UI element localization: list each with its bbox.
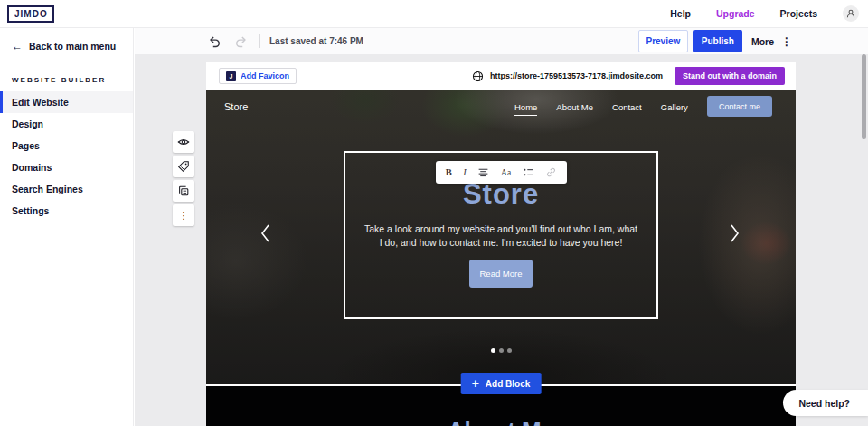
nav-item-home[interactable]: Home <box>514 102 537 116</box>
user-icon <box>845 8 856 19</box>
bold-icon[interactable]: B <box>444 166 454 178</box>
hero-section[interactable]: Store Home About Me Contact Gallery Cont… <box>206 90 796 384</box>
site-nav: Store Home About Me Contact Gallery Cont… <box>206 90 796 127</box>
block-tools: ⋮ <box>173 131 194 226</box>
style-block-button[interactable] <box>173 156 194 177</box>
help-link[interactable]: Help <box>670 8 691 19</box>
domain-upsell-button[interactable]: Stand out with a domain <box>675 67 785 85</box>
block-more-button[interactable]: ⋮ <box>173 204 194 226</box>
sidebar-item-design[interactable]: Design <box>0 113 133 135</box>
carousel-dot-2[interactable] <box>499 348 504 353</box>
hide-block-button[interactable] <box>173 131 194 153</box>
sidebar-item-search-engines[interactable]: Search Engines <box>0 178 133 200</box>
back-label: Back to main menu <box>29 41 116 52</box>
toolbar-divider <box>259 34 260 48</box>
nav-item-gallery[interactable]: Gallery <box>661 102 688 116</box>
projects-link[interactable]: Projects <box>780 8 817 19</box>
more-label: More <box>751 36 774 47</box>
back-arrow-icon: ← <box>12 40 23 52</box>
sidebar: ← Back to main menu WEBSITE BUILDER Edit… <box>0 28 134 426</box>
nav-item-about-me[interactable]: About Me <box>556 102 593 116</box>
vertical-scrollbar[interactable] <box>862 54 866 139</box>
text-format-toolbar: B I Aa <box>436 161 567 184</box>
preview-button[interactable]: Preview <box>638 30 688 52</box>
workspace: ⋮ J Add Favicon https://store-1759513573… <box>135 54 868 426</box>
italic-icon[interactable]: I <box>461 166 468 178</box>
back-to-main-menu[interactable]: ← Back to main menu <box>0 28 133 52</box>
url-group: https://store-1759513573-7178.jimdosite.… <box>472 67 796 85</box>
carousel-prev-icon[interactable] <box>259 222 271 244</box>
plus-icon: + <box>472 377 479 390</box>
nav-item-contact[interactable]: Contact <box>612 102 642 116</box>
kebab-icon: ⋮ <box>781 36 792 47</box>
favicon-bar: J Add Favicon https://store-1759513573-7… <box>206 62 796 90</box>
topbar-links: Help Upgrade Projects <box>670 5 859 22</box>
font-icon[interactable]: Aa <box>499 167 513 178</box>
link-icon[interactable] <box>543 166 559 179</box>
favicon-placeholder-icon: J <box>226 71 236 81</box>
need-help-button[interactable]: Need help? <box>783 390 868 416</box>
jimdo-logo[interactable]: JIMDO <box>7 5 54 23</box>
account-avatar[interactable] <box>843 5 859 22</box>
section-label: WEBSITE BUILDER <box>0 52 133 91</box>
last-saved-status: Last saved at 7:46 PM <box>269 36 363 46</box>
add-favicon-label: Add Favicon <box>241 71 289 80</box>
more-menu[interactable]: More ⋮ <box>751 36 792 47</box>
site-brand[interactable]: Store <box>224 101 248 112</box>
contact-me-button[interactable]: Contact me <box>707 96 772 117</box>
undo-icon[interactable] <box>205 33 223 51</box>
add-block-label: Add Block <box>486 379 530 389</box>
kebab-icon: ⋮ <box>179 210 189 222</box>
publish-button[interactable]: Publish <box>693 30 742 52</box>
carousel-dots <box>206 348 796 353</box>
site-url[interactable]: https://store-1759513573-7178.jimdosite.… <box>490 71 663 80</box>
editor-toolbar: Last saved at 7:46 PM Preview Publish Mo… <box>135 28 868 54</box>
list-icon[interactable] <box>521 166 536 179</box>
next-section-title: About Me <box>206 417 796 426</box>
carousel-next-icon[interactable] <box>729 222 741 244</box>
redo-icon[interactable] <box>232 33 250 51</box>
sidebar-item-settings[interactable]: Settings <box>0 200 133 222</box>
carousel-dot-3[interactable] <box>507 348 512 353</box>
upgrade-link[interactable]: Upgrade <box>716 8 755 19</box>
sidebar-item-pages[interactable]: Pages <box>0 135 133 156</box>
copy-icon <box>177 185 190 197</box>
globe-icon <box>472 71 484 82</box>
duplicate-block-button[interactable] <box>173 180 194 202</box>
sidebar-item-domains[interactable]: Domains <box>0 156 133 178</box>
align-icon[interactable] <box>476 166 491 179</box>
hero-text[interactable]: Take a look around my website and you'll… <box>363 222 639 249</box>
site-nav-links: Home About Me Contact Gallery <box>514 102 688 116</box>
eye-icon <box>177 136 190 148</box>
site-preview: J Add Favicon https://store-1759513573-7… <box>206 62 796 426</box>
topbar: JIMDO Help Upgrade Projects <box>0 0 868 28</box>
read-more-button[interactable]: Read More <box>469 260 533 288</box>
tag-icon <box>177 160 190 173</box>
carousel-dot-1[interactable] <box>491 348 495 353</box>
sidebar-item-edit-website[interactable]: Edit Website <box>0 91 133 113</box>
add-favicon-button[interactable]: J Add Favicon <box>219 68 297 84</box>
add-block-button[interactable]: + Add Block <box>461 373 542 394</box>
